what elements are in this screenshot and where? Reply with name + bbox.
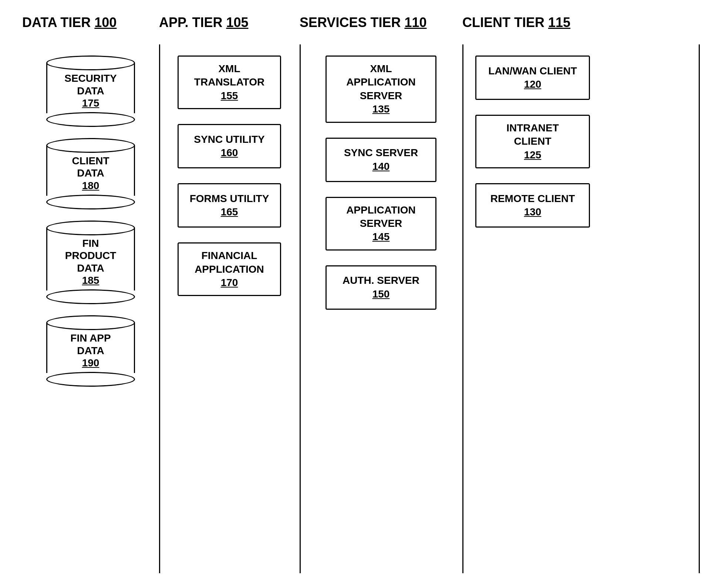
cylinder-body-client: CLIENTDATA180 [46,145,135,196]
lan-wan-client-label: LAN/WAN CLIENT120 [488,64,577,91]
sync-utility-label: SYNC UTILITY160 [194,133,264,160]
tier-client-num: 115 [548,15,570,30]
xml-translator-label: XMLTRANSLATOR155 [194,62,264,103]
tier-header-data: DATA TIER 100 [22,15,159,30]
xml-app-server-label: XMLAPPLICATIONSERVER135 [346,62,416,116]
box-remote-client: REMOTE CLIENT130 [475,183,590,228]
cylinder-top-fin-product [46,221,135,235]
app-tier-column: XMLTRANSLATOR155 SYNC UTILITY160 FORMS U… [159,48,300,573]
cylinder-bottom-fin-product [46,289,135,304]
tier-headers: DATA TIER 100 APP. TIER 105 SERVICES TIE… [22,15,700,30]
cylinder-top-security [46,56,135,70]
cylinder-bottom-client [46,195,135,209]
cylinder-body-fin-product: FINPRODUCTDATA185 [46,228,135,290]
cylinder-top-fin-app [46,315,135,330]
tier-services-num: 110 [404,15,426,30]
box-application-server: APPLICATIONSERVER145 [325,197,436,251]
cylinder-fin-app-data: FIN APPDATA190 [46,315,135,387]
intranet-client-label: INTRANETCLIENT125 [506,121,559,162]
services-tier-column: XMLAPPLICATIONSERVER135 SYNC SERVER140 A… [300,48,462,573]
cylinder-fin-product-data: FINPRODUCTDATA185 [46,221,135,304]
forms-utility-label: FORMS UTILITY165 [190,192,269,219]
tier-header-client: CLIENT TIER 115 [462,15,700,30]
application-server-label: APPLICATIONSERVER145 [346,204,416,244]
financial-application-label: FINANCIALAPPLICATION170 [195,249,264,289]
cylinder-bottom-fin-app [46,372,135,387]
box-sync-server: SYNC SERVER140 [325,138,436,182]
box-financial-application: FINANCIALAPPLICATION170 [178,242,281,296]
box-intranet-client: INTRANETCLIENT125 [475,115,590,168]
body-row: SECURITYDATA175 CLIENTDATA180 [22,48,700,573]
remote-client-label: REMOTE CLIENT130 [490,192,575,219]
box-lan-wan-client: LAN/WAN CLIENT120 [475,56,590,100]
box-auth-server: AUTH. SERVER150 [325,265,436,310]
tier-data-num: 100 [94,15,117,30]
box-xml-translator: XMLTRANSLATOR155 [178,56,281,109]
box-xml-app-server: XMLAPPLICATIONSERVER135 [325,56,436,123]
cylinder-bottom-security [46,112,135,127]
cylinder-body-security: SECURITYDATA175 [46,63,135,113]
fin-app-data-label: FIN APPDATA190 [70,332,111,369]
box-sync-utility: SYNC UTILITY160 [178,124,281,168]
fin-product-data-label: FINPRODUCTDATA185 [65,237,116,287]
cylinder-body-fin-app: FIN APPDATA190 [46,323,135,373]
client-data-label: CLIENTDATA180 [72,155,109,192]
cylinder-client-data: CLIENTDATA180 [46,138,135,209]
auth-server-label: AUTH. SERVER150 [343,274,419,301]
architecture-diagram: DATA TIER 100 APP. TIER 105 SERVICES TIE… [0,0,722,588]
sync-server-label: SYNC SERVER140 [344,146,418,173]
client-tier-column: LAN/WAN CLIENT120 INTRANETCLIENT125 REMO… [462,48,603,573]
cylinder-top-client [46,138,135,153]
data-tier-column: SECURITYDATA175 CLIENTDATA180 [22,48,159,573]
tier-header-services: SERVICES TIER 110 [300,15,462,30]
cylinder-security-data: SECURITYDATA175 [46,56,135,127]
tier-header-app: APP. TIER 105 [159,15,300,30]
security-data-label: SECURITYDATA175 [64,72,117,110]
box-forms-utility: FORMS UTILITY165 [178,183,281,228]
tier-app-num: 105 [226,15,248,30]
